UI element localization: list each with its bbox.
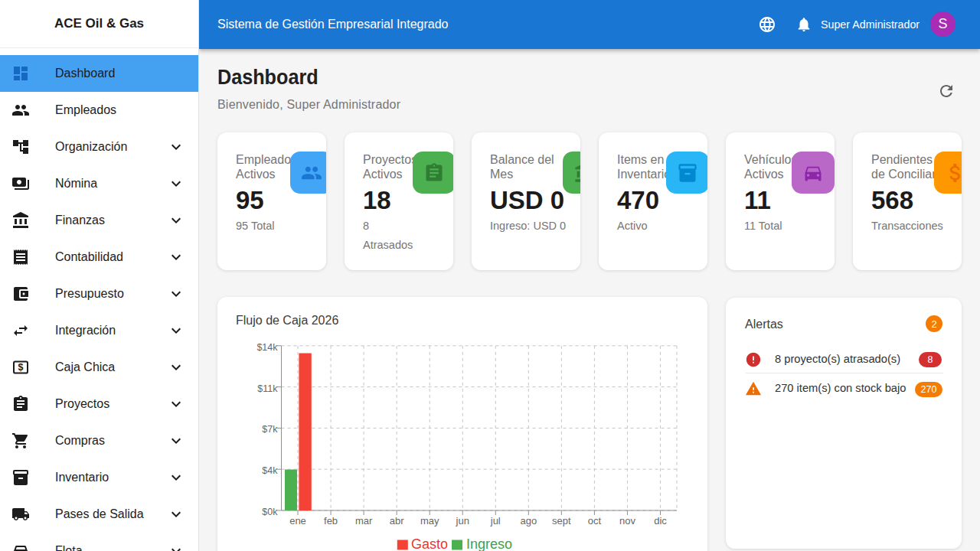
svg-text:Gasto: Gasto xyxy=(411,536,448,551)
svg-text:$0k: $0k xyxy=(262,507,278,517)
svg-text:$7k: $7k xyxy=(262,424,278,435)
svg-text:sept: sept xyxy=(552,515,571,527)
svg-text:ago: ago xyxy=(520,515,537,527)
svg-text:$11k: $11k xyxy=(257,383,278,394)
svg-text:dic: dic xyxy=(654,515,667,527)
svg-text:may: may xyxy=(420,515,439,527)
svg-text:nov: nov xyxy=(619,515,635,527)
svg-text:feb: feb xyxy=(324,515,338,527)
svg-text:jun: jun xyxy=(456,515,469,527)
svg-text:$4k: $4k xyxy=(262,465,278,476)
svg-text:ene: ene xyxy=(289,515,306,527)
svg-text:Ingreso: Ingreso xyxy=(466,536,512,551)
svg-text:abr: abr xyxy=(390,515,404,527)
svg-text:oct: oct xyxy=(588,515,602,527)
svg-text:$: $ xyxy=(18,362,24,373)
svg-text:mar: mar xyxy=(355,515,373,527)
svg-text:$14k: $14k xyxy=(256,342,278,353)
svg-text:jul: jul xyxy=(490,515,501,527)
